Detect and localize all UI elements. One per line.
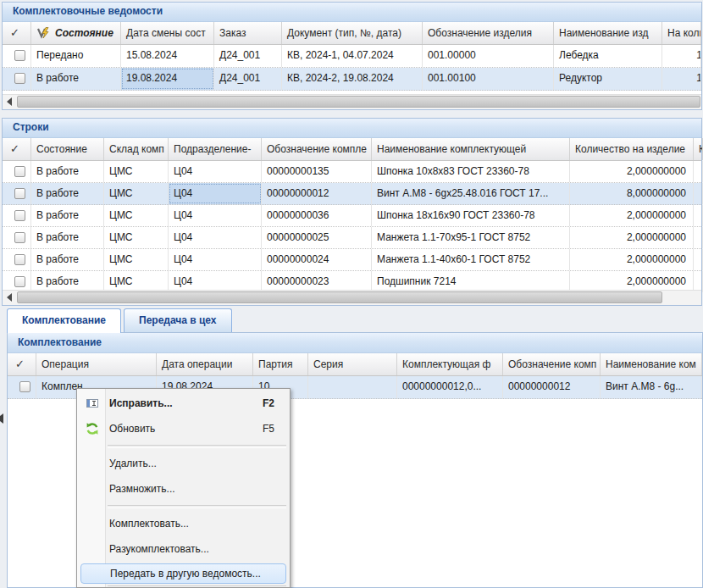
column-header-comp-name[interactable]: Наименование ком xyxy=(601,353,702,375)
column-header-batch[interactable]: Партия xyxy=(253,353,308,375)
column-header-operation[interactable]: Операция xyxy=(36,353,157,375)
stroki-row-5[interactable]: В работе ЦМС Ц04 00000000024 Манжета 1.1… xyxy=(3,249,701,271)
arrow-left-icon xyxy=(7,293,12,302)
column-header-state[interactable]: Состояние xyxy=(31,22,121,44)
vedomosti-hscrollbar[interactable] xyxy=(3,94,701,109)
stroki-table-header: ✓ Состояние Склад комп Подразделение- Об… xyxy=(3,138,701,161)
row-checkbox[interactable] xyxy=(14,188,25,199)
column-header-product-name[interactable]: Наименование изд xyxy=(554,22,662,44)
scrollbar-thumb[interactable] xyxy=(17,96,700,108)
menu-item-edit[interactable]: Исправить... F2 xyxy=(77,391,290,416)
menu-item-complete[interactable]: Комплектовать... xyxy=(77,511,290,536)
column-header-series[interactable]: Серия xyxy=(308,353,397,375)
row-checkbox[interactable] xyxy=(14,232,25,243)
column-header-state[interactable]: Состояние xyxy=(31,138,104,160)
shortcut-f2: F2 xyxy=(263,397,274,409)
column-header-doc[interactable]: Документ (тип, №, дата) xyxy=(282,22,423,44)
check-icon: ✓ xyxy=(10,22,19,44)
arrow-left-icon xyxy=(7,97,12,106)
menu-separator xyxy=(108,445,286,447)
column-header-order[interactable]: Заказ xyxy=(214,22,282,44)
row-checkbox[interactable] xyxy=(14,73,25,84)
check-icon: ✓ xyxy=(15,353,25,375)
select-all-header[interactable]: ✓ xyxy=(8,353,36,375)
column-header-warehouse[interactable]: Склад комп xyxy=(104,138,169,160)
column-header-operation-date[interactable]: Дата операции xyxy=(157,353,253,375)
row-checkbox[interactable] xyxy=(19,381,30,392)
shortcut-f5: F5 xyxy=(263,423,274,435)
column-header-comp-code[interactable]: Обозначение комп xyxy=(503,353,601,375)
select-all-header[interactable]: ✓ xyxy=(3,22,31,44)
row-checkbox[interactable] xyxy=(14,210,25,221)
vedomosti-row-2-selected[interactable]: В работе 19.08.2024 Д24_001 КВ, 2024-2, … xyxy=(3,68,701,91)
row-checkbox[interactable] xyxy=(14,166,25,177)
select-all-header[interactable]: ✓ xyxy=(3,138,31,160)
edit-icon xyxy=(84,397,101,410)
column-header-division[interactable]: Подразделение- xyxy=(169,138,262,160)
stroki-row-1[interactable]: В работе ЦМС Ц04 00000000135 Шпонка 10x8… xyxy=(3,161,701,183)
scrollbar-thumb[interactable] xyxy=(17,291,662,303)
vedomosti-table-header: ✓ Состояние Дата смены сост Заказ Докуме… xyxy=(3,22,701,45)
check-icon: ✓ xyxy=(10,138,19,160)
column-header-component[interactable]: Комплектующая ф xyxy=(397,353,503,375)
column-header-clipped[interactable]: К xyxy=(694,138,703,160)
tab-komplektovanie[interactable]: Комплектование xyxy=(7,308,121,333)
column-header-comp-name[interactable]: Наименование комплектующей xyxy=(372,138,570,160)
stroki-row-4[interactable]: В работе ЦМС Ц04 00000000025 Манжета 1.1… xyxy=(3,227,701,249)
stroki-hscrollbar[interactable] xyxy=(3,290,701,305)
focused-cell[interactable]: 19.08.2024 xyxy=(121,68,214,90)
tab-peredacha-v-ceh[interactable]: Передача в цех xyxy=(124,308,232,332)
menu-item-duplicate[interactable]: Размножить... xyxy=(77,476,290,502)
menu-item-delete[interactable]: Удалить... xyxy=(77,451,290,476)
komplektovanie-panel-title: Комплектование xyxy=(8,333,702,353)
panel-stroki: Строки ✓ Состояние Склад комп Подразделе… xyxy=(2,118,702,306)
column-header-qty[interactable]: На колич xyxy=(662,22,701,44)
menu-item-refresh[interactable]: Обновить F5 xyxy=(77,416,290,441)
row-checkbox[interactable] xyxy=(14,254,25,265)
panel-vedomosti: Комплектовочные ведомости ✓ Состояние Да… xyxy=(2,2,702,110)
column-header-qty-per-item[interactable]: Количество на изделие xyxy=(570,138,694,160)
komplektovanie-table-header: ✓ Операция Дата операции Партия Серия Ко… xyxy=(8,353,702,376)
menu-separator xyxy=(108,505,286,508)
focused-cell[interactable]: Ц04 xyxy=(169,183,262,204)
menu-item-uncomplete[interactable]: Разукомплектовать... xyxy=(77,536,290,562)
stroki-panel-title: Строки xyxy=(3,119,701,138)
row-checkbox[interactable] xyxy=(14,50,25,61)
menu-item-transfer-highlighted[interactable]: Передать в другую ведомость... xyxy=(80,563,286,584)
vedomosti-panel-title: Комплектовочные ведомости xyxy=(3,3,701,22)
refresh-icon xyxy=(84,422,101,435)
application-window: Комплектовочные ведомости ✓ Состояние Да… xyxy=(0,0,703,588)
state-lightning-icon xyxy=(36,27,52,39)
scroll-left-button[interactable] xyxy=(3,291,16,304)
stroki-row-2-selected[interactable]: В работе ЦМС Ц04 00000000012 Винт А.М8 -… xyxy=(3,183,701,205)
vedomosti-row-1[interactable]: Передано 15.08.2024 Д24_001 КВ, 2024-1, … xyxy=(3,45,701,68)
column-header-product-code[interactable]: Обозначение изделия xyxy=(423,22,554,44)
context-menu: Исправить... F2 Обновить F5 Удалить... Р… xyxy=(76,388,291,588)
stroki-row-3[interactable]: В работе ЦМС Ц04 00000000036 Шпонка 18x1… xyxy=(3,205,701,227)
column-header-date[interactable]: Дата смены сост xyxy=(121,22,214,44)
edge-scroll-arrow-icon[interactable] xyxy=(0,413,3,424)
column-header-comp-code[interactable]: Обозначение компле xyxy=(262,138,372,160)
row-checkbox[interactable] xyxy=(14,276,25,287)
scroll-left-button[interactable] xyxy=(3,95,16,108)
